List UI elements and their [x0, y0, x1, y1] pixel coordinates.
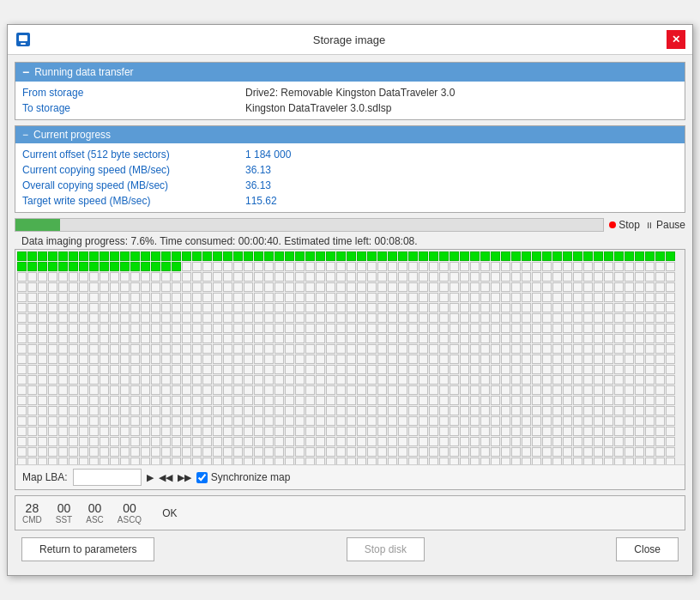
map-cell	[69, 458, 78, 464]
map-cell	[511, 416, 521, 426]
map-cell	[501, 252, 510, 261]
map-cell	[316, 427, 325, 436]
map-cell	[326, 427, 335, 436]
map-cell	[233, 396, 243, 405]
map-cell	[172, 344, 181, 354]
map-cell	[367, 344, 377, 354]
map-next-button[interactable]: ▶▶	[178, 472, 191, 483]
map-cell	[182, 375, 191, 385]
map-cell	[563, 282, 572, 292]
map-cell	[69, 355, 78, 364]
map-cell	[48, 282, 57, 292]
map-cell	[635, 416, 644, 426]
map-cell	[326, 272, 335, 282]
map-cell	[604, 293, 613, 302]
map-cell	[100, 447, 109, 457]
map-cell	[645, 272, 655, 282]
map-cell	[110, 447, 119, 457]
return-to-parameters-button[interactable]: Return to parameters	[21, 537, 154, 561]
map-cell	[161, 313, 171, 323]
stop-disk-button[interactable]: Stop disk	[347, 537, 425, 561]
map-cell	[326, 416, 335, 426]
map-cell	[470, 447, 480, 457]
map-cell	[614, 334, 624, 343]
map-prev-button[interactable]: ◀◀	[159, 472, 172, 483]
collapse-progress-icon[interactable]: −	[22, 129, 28, 141]
map-cell	[573, 262, 582, 271]
map-cell	[594, 416, 603, 426]
map-cell	[275, 365, 284, 374]
map-cell	[491, 252, 500, 261]
map-cell	[419, 458, 428, 464]
stop-button[interactable]: Stop	[609, 219, 640, 231]
map-cell	[100, 252, 109, 261]
map-cell	[542, 375, 552, 385]
sync-checkbox-label[interactable]: Synchronize map	[196, 471, 291, 483]
map-cell	[635, 406, 644, 415]
map-cell	[38, 282, 47, 292]
map-cell	[573, 427, 582, 436]
sector-map[interactable]	[15, 250, 685, 464]
close-button[interactable]: Close	[616, 537, 679, 561]
map-cell	[655, 355, 665, 364]
map-cell	[460, 355, 469, 364]
map-cell	[573, 437, 582, 446]
map-cell	[604, 375, 613, 385]
map-cell	[213, 385, 222, 395]
map-cell	[408, 447, 418, 457]
map-cell	[141, 324, 150, 333]
map-cell	[347, 427, 356, 436]
map-cell	[305, 313, 315, 323]
map-cell	[17, 344, 27, 354]
map-cell	[367, 313, 377, 323]
map-cell	[172, 324, 181, 333]
map-cell	[542, 293, 552, 302]
pause-button[interactable]: ⏸ Pause	[645, 219, 685, 231]
map-cell	[58, 334, 68, 343]
map-cell	[295, 272, 305, 282]
map-cell	[100, 416, 109, 426]
from-storage-value: Drive2: Removable Kingston DataTraveler …	[245, 87, 455, 99]
map-cell	[439, 355, 449, 364]
map-cell	[192, 427, 202, 436]
map-cell	[552, 334, 562, 343]
map-cell	[614, 272, 624, 282]
map-cell	[202, 344, 212, 354]
map-cell	[233, 262, 243, 271]
map-cell	[501, 375, 510, 385]
map-cell	[79, 355, 88, 364]
map-cell	[89, 272, 99, 282]
map-cell	[151, 334, 160, 343]
map-cell	[398, 416, 407, 426]
map-cell	[295, 334, 305, 343]
sst-value: 00	[57, 501, 71, 515]
map-cell	[233, 365, 243, 374]
map-cell	[130, 313, 140, 323]
map-cell	[542, 396, 552, 405]
map-cell	[635, 344, 644, 354]
map-cell	[439, 447, 449, 457]
map-cell	[275, 252, 284, 261]
map-cell	[89, 385, 99, 395]
map-play-button[interactable]: ▶	[147, 472, 154, 483]
map-cell	[110, 458, 119, 464]
map-lba-input[interactable]	[73, 469, 142, 486]
map-cell	[223, 303, 232, 312]
map-cell	[655, 272, 665, 282]
map-cell	[563, 416, 572, 426]
map-cell	[501, 406, 510, 415]
map-cell	[120, 375, 130, 385]
map-cell	[244, 437, 253, 446]
map-cell	[316, 396, 325, 405]
sync-checkbox[interactable]	[196, 472, 208, 483]
map-cell	[264, 385, 274, 395]
map-cell	[573, 272, 582, 282]
map-cell	[563, 458, 572, 464]
map-cell	[645, 355, 655, 364]
map-cell	[439, 365, 449, 374]
map-cell	[398, 458, 407, 464]
map-cell	[141, 272, 150, 282]
close-window-button[interactable]: ✕	[667, 30, 685, 49]
collapse-icon[interactable]: −	[22, 65, 29, 79]
map-cell	[604, 282, 613, 292]
